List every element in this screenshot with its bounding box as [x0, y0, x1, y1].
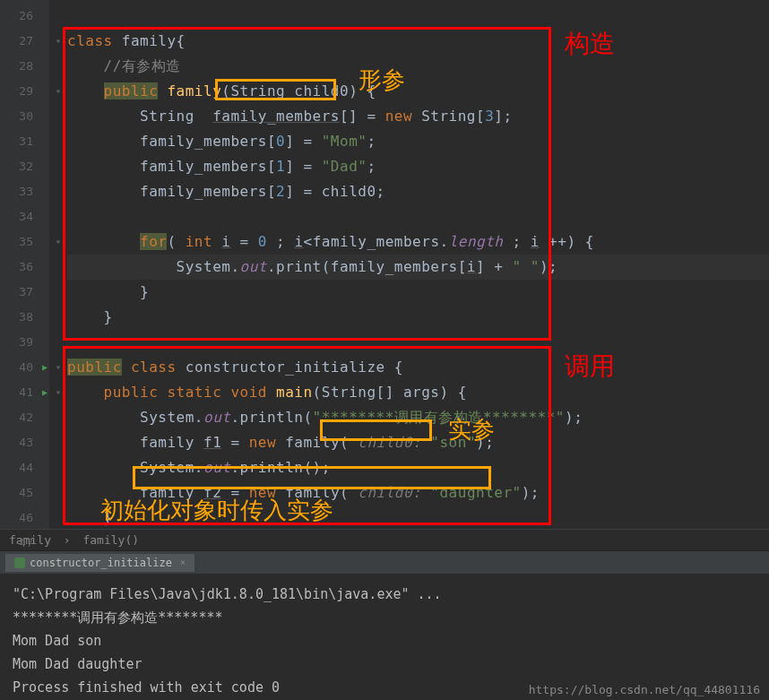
code-line[interactable]: family_members[1] = "Dad";	[67, 154, 769, 179]
fold-column: ▾▾▾▾▾	[49, 0, 67, 529]
console-output[interactable]: "C:\Program Files\Java\jdk1.8.0_181\bin\…	[0, 574, 769, 700]
line-number: 36	[0, 255, 49, 280]
line-number: 26	[0, 4, 49, 29]
fold-mark[interactable]: ▾	[49, 355, 67, 380]
line-number: 45	[0, 480, 49, 506]
fold-mark[interactable]: ▾	[49, 79, 67, 104]
code-line[interactable]: family_members[2] = child0;	[67, 179, 769, 204]
code-content[interactable]: class family{ //有参构造 public family(Strin…	[67, 0, 769, 529]
code-line[interactable]	[67, 531, 769, 556]
fold-mark[interactable]	[49, 280, 67, 305]
line-number: 27	[0, 29, 49, 54]
console-tab-item[interactable]: constructor_initialize ×	[5, 554, 194, 572]
code-line[interactable]: }	[67, 506, 769, 531]
line-number: 38	[0, 305, 49, 330]
code-line[interactable]: System.out.println();	[67, 455, 769, 480]
code-line[interactable]: public family(String child0) {	[67, 79, 769, 104]
line-number: 32	[0, 154, 49, 179]
fold-mark[interactable]	[49, 104, 67, 129]
line-number: 44	[0, 455, 49, 480]
fold-mark[interactable]	[49, 154, 67, 179]
watermark: https://blog.csdn.net/qq_44801116	[529, 683, 760, 696]
line-gutter: 262728293031323334353637383940▶41▶424344…	[0, 0, 49, 529]
code-line[interactable]: }	[67, 305, 769, 330]
code-line[interactable]: family f2 = new family( child0: "daughte…	[67, 480, 769, 506]
code-line[interactable]: //有参构造	[67, 54, 769, 79]
code-line[interactable]: family_members[0] = "Mom";	[67, 129, 769, 154]
line-number: 46	[0, 506, 49, 531]
code-line[interactable]: public static void main(String[] args) {	[67, 380, 769, 405]
console-line: Mom Dad son	[13, 629, 756, 652]
fold-mark[interactable]	[49, 455, 67, 480]
fold-mark[interactable]	[49, 305, 67, 330]
line-number: 43	[0, 430, 49, 455]
code-editor[interactable]: 262728293031323334353637383940▶41▶424344…	[0, 0, 769, 529]
code-line[interactable]: class family{	[67, 29, 769, 54]
line-number: 31	[0, 129, 49, 154]
code-line[interactable]: String family_members[] = new String[3];	[67, 104, 769, 129]
fold-mark[interactable]	[49, 54, 67, 79]
console-tab-label: constructor_initialize	[30, 557, 172, 569]
fold-mark[interactable]	[49, 430, 67, 455]
console-line: ********调用有参构造********	[13, 606, 756, 629]
line-number: 34	[0, 204, 49, 229]
line-number: 28	[0, 54, 49, 79]
fold-mark[interactable]	[49, 255, 67, 280]
code-line[interactable]	[67, 204, 769, 229]
fold-mark[interactable]	[49, 330, 67, 355]
code-line[interactable]	[67, 330, 769, 355]
fold-mark[interactable]	[49, 506, 67, 531]
fold-mark[interactable]	[49, 480, 67, 506]
line-number: 30	[0, 104, 49, 129]
run-icon	[14, 557, 25, 568]
line-number: 40▶	[0, 355, 49, 380]
code-line[interactable]	[67, 4, 769, 29]
fold-mark[interactable]	[49, 179, 67, 204]
line-number: 29	[0, 79, 49, 104]
fold-mark[interactable]	[49, 204, 67, 229]
fold-mark[interactable]: ▾	[49, 29, 67, 54]
fold-mark[interactable]	[49, 129, 67, 154]
run-gutter-icon[interactable]: ▶	[42, 355, 48, 380]
code-line[interactable]: System.out.print(family_members[i] + " "…	[67, 255, 769, 280]
fold-mark[interactable]: ▾	[49, 229, 67, 255]
console-line: Mom Dad daughter	[13, 652, 756, 676]
console-line: "C:\Program Files\Java\jdk1.8.0_181\bin\…	[13, 583, 756, 606]
line-number: 37	[0, 280, 49, 305]
code-line[interactable]: family f1 = new family( child0: "son");	[67, 430, 769, 455]
line-number: 42	[0, 405, 49, 430]
line-number: 35	[0, 229, 49, 255]
code-line[interactable]: public class constructor_initialize {	[67, 355, 769, 380]
code-line[interactable]: System.out.println("********调用有参构造******…	[67, 405, 769, 430]
line-number: 33	[0, 179, 49, 204]
run-gutter-icon[interactable]: ▶	[42, 380, 48, 405]
fold-mark[interactable]: ▾	[49, 380, 67, 405]
line-number: 47	[0, 531, 49, 556]
code-line[interactable]: for( int i = 0 ; i<family_members.length…	[67, 229, 769, 255]
code-line[interactable]: }	[67, 280, 769, 305]
fold-mark[interactable]	[49, 531, 67, 556]
fold-mark[interactable]	[49, 405, 67, 430]
fold-mark[interactable]	[49, 4, 67, 29]
line-number: 39	[0, 330, 49, 355]
line-number: 41▶	[0, 380, 49, 405]
close-icon[interactable]: ×	[180, 557, 186, 567]
